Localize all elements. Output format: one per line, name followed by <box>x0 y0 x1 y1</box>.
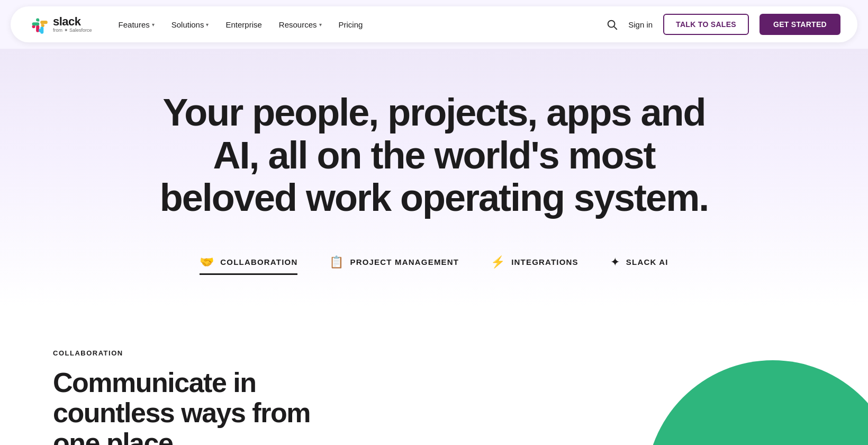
integrations-icon: ⚡ <box>491 255 505 269</box>
nav-pricing[interactable]: Pricing <box>331 16 370 33</box>
collaboration-eyebrow: COLLABORATION <box>53 349 328 357</box>
logo[interactable]: slack from ✦ Salesforce <box>28 14 92 35</box>
chevron-down-icon: ▾ <box>206 22 209 28</box>
feature-tabs: 🤝 COLLABORATION 📋 PROJECT MANAGEMENT ⚡ I… <box>21 251 847 275</box>
tab-project-management[interactable]: 📋 PROJECT MANAGEMENT <box>329 251 459 275</box>
tab-slack-ai[interactable]: ✦ SLACK AI <box>610 251 668 275</box>
nav-features[interactable]: Features ▾ <box>111 16 162 33</box>
project-management-icon: 📋 <box>329 255 343 269</box>
svg-line-1 <box>614 26 617 29</box>
hero-headline: Your people, projects, apps and AI, all … <box>143 91 725 219</box>
tab-integrations[interactable]: ⚡ INTEGRATIONS <box>491 251 578 275</box>
nav-resources[interactable]: Resources ▾ <box>272 16 329 33</box>
nav-right: Sign in TALK TO SALES GET STARTED <box>606 14 840 35</box>
navbar: slack from ✦ Salesforce Features ▾ Solut… <box>11 6 857 42</box>
search-button[interactable] <box>606 19 618 30</box>
collaboration-heading: Communicate in countless ways from one p… <box>53 368 328 445</box>
slack-logo-icon <box>28 14 49 35</box>
collaboration-content-left: COLLABORATION Communicate in countless w… <box>53 349 328 445</box>
green-circle-decoration <box>646 360 868 445</box>
sign-in-link[interactable]: Sign in <box>628 20 653 29</box>
nav-links: Features ▾ Solutions ▾ Enterprise Resour… <box>111 16 607 33</box>
talk-to-sales-button[interactable]: TALK TO SALES <box>663 14 749 35</box>
collaboration-content-section: COLLABORATION Communicate in countless w… <box>0 307 868 445</box>
chevron-down-icon: ▾ <box>319 22 322 28</box>
nav-solutions[interactable]: Solutions ▾ <box>164 16 216 33</box>
chevron-down-icon: ▾ <box>152 22 155 28</box>
slack-ai-icon: ✦ <box>610 255 620 269</box>
nav-enterprise[interactable]: Enterprise <box>218 16 269 33</box>
collaboration-icon: 🤝 <box>200 255 214 269</box>
tab-collaboration[interactable]: 🤝 COLLABORATION <box>200 251 297 275</box>
search-icon <box>606 19 618 30</box>
get-started-button[interactable]: GET STARTED <box>760 14 840 35</box>
hero-section: Your people, projects, apps and AI, all … <box>0 49 868 307</box>
logo-salesforce-text: from ✦ Salesforce <box>53 28 92 33</box>
logo-brand-name: slack <box>53 16 92 28</box>
